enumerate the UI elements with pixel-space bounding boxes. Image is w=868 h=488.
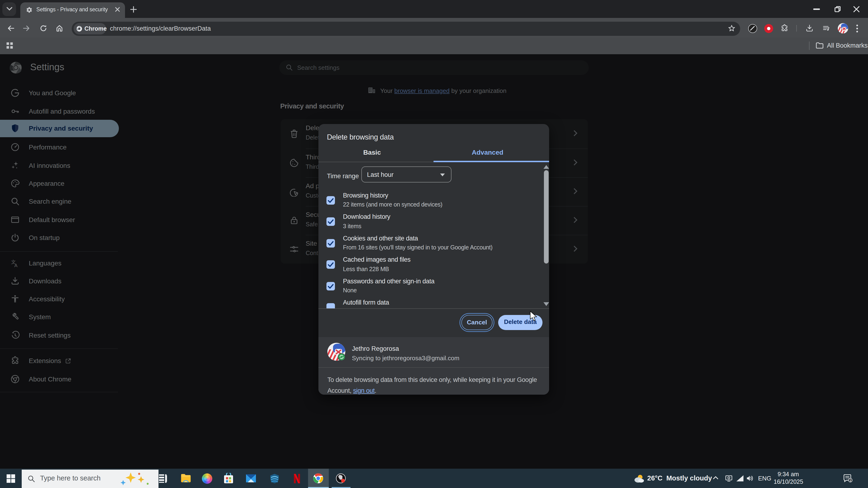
- svg-text:1: 1: [849, 479, 851, 482]
